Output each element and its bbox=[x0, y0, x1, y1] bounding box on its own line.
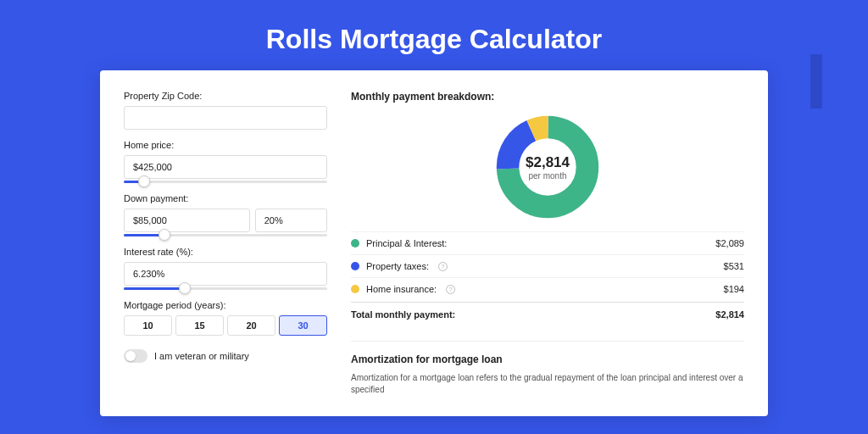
legend-dot-blue bbox=[351, 262, 359, 270]
breakdown-column: Monthly payment breakdown: $2,814 per mo… bbox=[351, 91, 744, 396]
legend-dot-yellow bbox=[351, 285, 359, 293]
slider-fill bbox=[124, 287, 185, 290]
donut-chart-wrap: $2,814 per month bbox=[351, 114, 744, 220]
home-price-input[interactable] bbox=[124, 155, 327, 179]
amortization-text: Amortization for a mortgage loan refers … bbox=[351, 372, 744, 396]
breakdown-row-taxes: Property taxes: ? $531 bbox=[351, 254, 744, 277]
veteran-label: I am veteran or military bbox=[154, 351, 249, 361]
info-icon[interactable]: ? bbox=[446, 285, 455, 294]
donut-center-sub: per month bbox=[526, 171, 570, 181]
slider-thumb[interactable] bbox=[159, 229, 170, 241]
slider-thumb[interactable] bbox=[179, 282, 191, 294]
period-buttons: 10 15 20 30 bbox=[124, 315, 327, 336]
insurance-value: $194 bbox=[724, 284, 744, 294]
down-payment-slider[interactable] bbox=[124, 234, 327, 236]
taxes-label: Property taxes: bbox=[366, 261, 429, 271]
interest-rate-label: Interest rate (%): bbox=[124, 247, 327, 257]
period-button-15[interactable]: 15 bbox=[175, 315, 224, 336]
period-button-10[interactable]: 10 bbox=[124, 315, 172, 336]
decorative-shadow bbox=[810, 54, 822, 108]
breakdown-row-total: Total monthly payment: $2,814 bbox=[351, 302, 744, 326]
interest-rate-input[interactable] bbox=[124, 262, 327, 286]
home-price-label: Home price: bbox=[124, 140, 327, 150]
interest-rate-slider[interactable] bbox=[124, 287, 327, 290]
page-title: Rolls Mortgage Calculator bbox=[0, 0, 868, 70]
zip-label: Property Zip Code: bbox=[124, 91, 327, 101]
taxes-value: $531 bbox=[724, 261, 744, 271]
period-label: Mortgage period (years): bbox=[124, 300, 327, 310]
insurance-label: Home insurance: bbox=[366, 284, 437, 294]
legend-dot-green bbox=[351, 239, 359, 248]
zip-input[interactable] bbox=[124, 106, 327, 130]
donut-center-amount: $2,814 bbox=[526, 154, 570, 171]
home-price-slider[interactable] bbox=[124, 181, 327, 183]
veteran-row: I am veteran or military bbox=[124, 349, 327, 363]
info-icon[interactable]: ? bbox=[438, 262, 448, 271]
slider-thumb[interactable] bbox=[138, 175, 150, 187]
principal-label: Principal & Interest: bbox=[366, 238, 447, 248]
amortization-title: Amortization for mortgage loan bbox=[351, 341, 744, 365]
calculator-panel: Property Zip Code: Home price: Down paym… bbox=[100, 70, 768, 416]
breakdown-row-insurance: Home insurance: ? $194 bbox=[351, 277, 744, 300]
breakdown-row-principal: Principal & Interest: $2,089 bbox=[351, 231, 744, 254]
donut-chart: $2,814 per month bbox=[495, 114, 600, 220]
principal-value: $2,089 bbox=[715, 238, 744, 248]
down-payment-amount-input[interactable] bbox=[124, 209, 250, 232]
period-button-20[interactable]: 20 bbox=[227, 315, 275, 336]
veteran-toggle[interactable] bbox=[124, 349, 147, 363]
down-payment-row bbox=[124, 209, 327, 232]
inputs-column: Property Zip Code: Home price: Down paym… bbox=[124, 91, 327, 396]
period-button-30[interactable]: 30 bbox=[279, 315, 327, 336]
donut-center: $2,814 per month bbox=[526, 154, 570, 181]
breakdown-title: Monthly payment breakdown: bbox=[351, 91, 744, 103]
total-value: $2,814 bbox=[715, 309, 744, 320]
down-payment-label: Down payment: bbox=[124, 193, 327, 203]
down-payment-pct-input[interactable] bbox=[255, 209, 327, 232]
total-label: Total monthly payment: bbox=[351, 309, 455, 320]
